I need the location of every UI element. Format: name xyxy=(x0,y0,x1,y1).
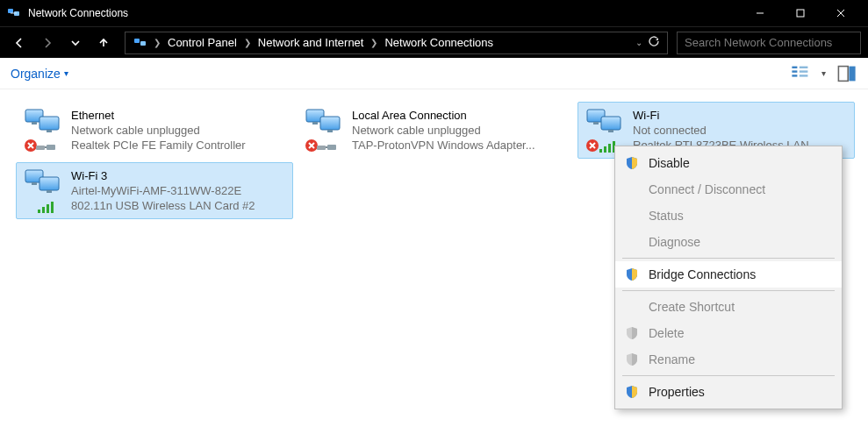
svg-rect-38 xyxy=(32,182,37,185)
back-button[interactable] xyxy=(7,31,32,55)
chevron-right-icon: ❯ xyxy=(152,38,162,47)
svg-rect-23 xyxy=(327,130,333,132)
preview-pane-button[interactable] xyxy=(836,63,857,84)
svg-rect-10 xyxy=(800,75,808,76)
svg-rect-3 xyxy=(134,39,140,43)
app-icon xyxy=(7,6,21,20)
shield-icon xyxy=(624,156,640,170)
svg-rect-25 xyxy=(317,146,326,150)
connection-item[interactable]: Local Area Connection Network cable unpl… xyxy=(297,102,574,159)
svg-rect-6 xyxy=(792,70,797,72)
context-menu-separator xyxy=(622,258,835,259)
shield-icon xyxy=(624,267,640,281)
context-menu-label: Status xyxy=(649,209,684,223)
connection-name: Wi-Fi 3 xyxy=(71,168,255,183)
svg-rect-15 xyxy=(32,122,37,124)
svg-rect-37 xyxy=(39,177,59,190)
recent-locations-button[interactable] xyxy=(63,31,88,55)
svg-rect-8 xyxy=(800,66,808,68)
svg-rect-22 xyxy=(312,122,318,124)
command-bar: Organize ▾ ▾ xyxy=(0,58,868,89)
search-placeholder: Search Network Connections xyxy=(685,36,832,49)
svg-rect-39 xyxy=(47,190,52,193)
context-menu-label: Diagnose xyxy=(649,235,700,249)
context-menu-label: Connect / Disconnect xyxy=(649,182,765,196)
chevron-down-icon: ▾ xyxy=(64,68,68,78)
organize-label: Organize xyxy=(11,67,61,81)
svg-rect-16 xyxy=(47,130,52,132)
view-options-button[interactable] xyxy=(790,63,811,84)
chevron-down-icon[interactable]: ⌄ xyxy=(635,38,642,47)
svg-rect-28 xyxy=(601,117,621,130)
svg-rect-34 xyxy=(608,144,611,153)
shield-icon xyxy=(624,352,640,366)
svg-rect-43 xyxy=(51,202,54,213)
context-menu-label: Create Shortcut xyxy=(649,300,735,314)
context-menu-item: Create Shortcut xyxy=(615,294,842,320)
svg-rect-32 xyxy=(599,149,602,153)
chevron-right-icon: ❯ xyxy=(242,38,253,47)
connection-status: Network cable unplugged xyxy=(352,123,535,138)
breadcrumb-item[interactable]: Network and Internet xyxy=(253,36,369,49)
adapter-icon xyxy=(24,108,71,153)
svg-rect-30 xyxy=(608,130,613,132)
breadcrumb-item[interactable]: Network Connections xyxy=(379,36,499,49)
content-area: Ethernet Network cable unplugged Realtek… xyxy=(0,89,868,231)
forward-button[interactable] xyxy=(35,31,60,55)
connection-device: Realtek PCIe FE Family Controller xyxy=(71,138,246,153)
context-menu-item: Delete xyxy=(615,320,842,346)
adapter-icon xyxy=(24,168,71,213)
svg-rect-4 xyxy=(140,41,146,46)
connection-device: TAP-ProtonVPN Windows Adapter... xyxy=(352,138,535,153)
context-menu-item: Status xyxy=(615,203,842,229)
context-menu-item: Rename xyxy=(615,346,842,373)
connection-name: Local Area Connection xyxy=(352,108,535,123)
connection-name: Wi-Fi xyxy=(633,108,809,123)
svg-rect-19 xyxy=(47,145,55,150)
svg-rect-33 xyxy=(604,146,606,153)
chevron-right-icon: ❯ xyxy=(369,38,379,47)
context-menu-separator xyxy=(622,375,835,376)
search-input[interactable]: Search Network Connections xyxy=(677,32,861,54)
svg-rect-12 xyxy=(849,66,855,81)
chevron-down-icon[interactable]: ▾ xyxy=(821,68,826,78)
connection-status: Airtel-MyWiFi-AMF-311WW-822E xyxy=(71,183,255,198)
svg-rect-0 xyxy=(8,9,13,13)
connection-item[interactable]: Ethernet Network cable unplugged Realtek… xyxy=(16,102,293,159)
svg-rect-9 xyxy=(800,70,808,72)
svg-rect-2 xyxy=(797,10,804,17)
connection-device: 802.11n USB Wireless LAN Card #2 xyxy=(71,198,255,213)
svg-rect-40 xyxy=(38,210,40,213)
refresh-icon[interactable] xyxy=(648,35,660,51)
organize-menu[interactable]: Organize ▾ xyxy=(11,67,68,81)
svg-rect-14 xyxy=(39,117,59,130)
breadcrumb-item[interactable]: Control Panel xyxy=(162,36,242,49)
address-bar[interactable]: ❯ Control Panel ❯ Network and Internet ❯… xyxy=(125,32,668,54)
connection-status: Network cable unplugged xyxy=(71,123,246,138)
title-bar: Network Connections xyxy=(0,0,868,26)
context-menu-label: Disable xyxy=(649,156,690,170)
context-menu-label: Bridge Connections xyxy=(649,267,756,281)
context-menu-separator xyxy=(622,290,835,291)
connection-name: Ethernet xyxy=(71,108,246,123)
context-menu-item: Connect / Disconnect xyxy=(615,176,842,203)
minimize-button[interactable] xyxy=(740,0,780,26)
location-icon xyxy=(133,35,148,51)
context-menu-item[interactable]: Properties xyxy=(615,379,842,405)
up-button[interactable] xyxy=(91,31,116,55)
context-menu-label: Delete xyxy=(649,326,684,340)
connection-item[interactable]: Wi-Fi 3 Airtel-MyWiFi-AMF-311WW-822E 802… xyxy=(16,162,293,219)
context-menu: Disable Connect / Disconnect Status Diag… xyxy=(614,146,843,409)
close-button[interactable] xyxy=(821,0,861,26)
svg-rect-11 xyxy=(838,66,848,81)
svg-rect-42 xyxy=(47,204,49,213)
adapter-icon xyxy=(305,108,352,153)
window-title: Network Connections xyxy=(28,7,740,19)
svg-rect-18 xyxy=(36,146,45,150)
svg-rect-5 xyxy=(792,66,797,68)
context-menu-label: Rename xyxy=(649,352,695,366)
navigation-bar: ❯ Control Panel ❯ Network and Internet ❯… xyxy=(0,26,868,58)
context-menu-item[interactable]: Disable xyxy=(615,150,842,176)
maximize-button[interactable] xyxy=(780,0,821,26)
context-menu-item[interactable]: Bridge Connections xyxy=(615,261,842,288)
